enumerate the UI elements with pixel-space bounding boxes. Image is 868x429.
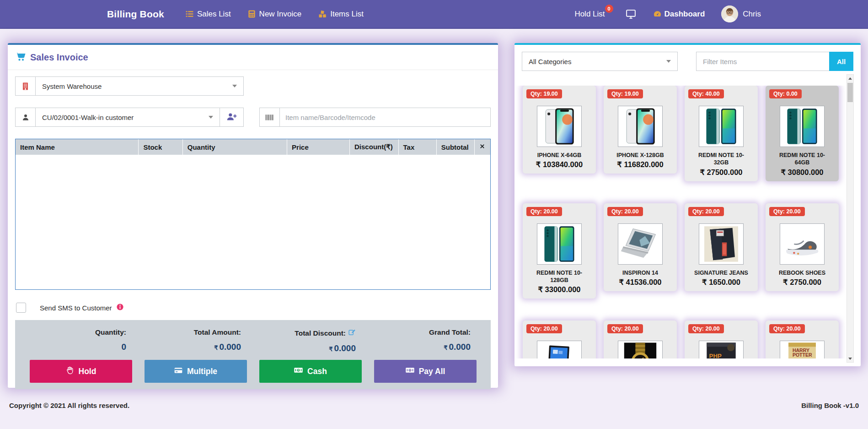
product-image — [618, 223, 663, 265]
product-card[interactable]: Qty: 20.00INSPIRON 14₹ 41536.000 — [604, 203, 677, 291]
product-name: IPHONE X-128GB — [606, 152, 674, 159]
product-price: ₹ 41536.000 — [606, 278, 674, 287]
customer-select[interactable]: CU/02/0001-Walk-in customer — [15, 108, 244, 127]
nav-item-items-list[interactable]: Items List — [318, 10, 364, 19]
svg-text:PHP: PHP — [709, 353, 722, 358]
product-card[interactable]: Qty: 20.00REBOOK SHOES₹ 2750.000 — [766, 203, 839, 291]
product-card[interactable]: Qty: 19.00IPHONE X-128GB₹ 116820.000 — [604, 86, 677, 174]
product-image — [780, 106, 825, 147]
qty-badge: Qty: 40.00 — [688, 89, 724, 98]
column-header: Price — [287, 139, 350, 155]
hold-button[interactable]: Hold — [30, 360, 132, 383]
cash-button[interactable]: 0Cash — [259, 360, 362, 383]
products-grid: Qty: 19.00IPHONE X-64GB₹ 103840.000Qty: … — [514, 86, 861, 358]
nav-user-menu[interactable]: Chris — [721, 5, 761, 22]
product-name: INSPIRON 14 — [606, 269, 674, 277]
qty-badge: Qty: 20.00 — [526, 207, 562, 216]
send-sms-checkbox[interactable] — [16, 303, 26, 313]
product-name: IPHONE X-64GB — [525, 152, 593, 159]
product-card[interactable]: Qty: 20.00HARRYPOTTER — [766, 320, 839, 358]
nav-item-hold-list[interactable]: Hold List 0 — [574, 10, 608, 19]
version-text: Billing Book -v1.0 — [801, 402, 859, 409]
grand-total-value: ₹0.000 — [368, 342, 471, 352]
category-select[interactable]: All Categories — [522, 52, 678, 71]
product-price: ₹ 27500.000 — [687, 168, 755, 177]
quantity-label: Quantity: — [95, 328, 126, 337]
calculator-icon — [247, 10, 256, 18]
nav-links: Sales ListNew InvoiceItems List — [185, 10, 364, 19]
qty-badge: Qty: 20.00 — [688, 324, 724, 333]
product-card[interactable]: Qty: 0.00REDMI NOTE 10-64GB₹ 30800.000 — [766, 86, 839, 181]
invoice-items-table: Item NameStockQuantityPriceDiscount(₹)Ta… — [15, 139, 491, 290]
product-image: PHPMySQL 5 — [699, 341, 744, 358]
column-header: Tax — [398, 139, 436, 155]
product-card[interactable]: Qty: 20.00 — [523, 320, 596, 358]
total-amount-value: ₹0.000 — [138, 342, 241, 352]
user-avatar — [721, 5, 738, 22]
product-card[interactable]: Qty: 20.00SIGNATURE JEANS₹ 1650.000 — [685, 203, 758, 291]
money-bill-icon: 0 — [405, 365, 415, 377]
column-header: Subtotal — [436, 139, 474, 155]
item-search-group — [259, 108, 491, 127]
qty-badge: Qty: 19.00 — [607, 89, 643, 98]
svg-text:0: 0 — [298, 369, 299, 371]
customer-select-value: CU/02/0001-Walk-in customer — [36, 114, 209, 121]
svg-text:0: 0 — [409, 369, 411, 371]
all-filter-button[interactable]: All — [829, 52, 853, 71]
product-image — [780, 223, 825, 265]
app-brand[interactable]: Billing Book — [107, 9, 164, 20]
scroll-up-icon[interactable] — [847, 75, 853, 82]
hold-list-badge: 0 — [605, 5, 613, 13]
send-sms-label: Send SMS to Customer — [40, 304, 112, 312]
product-price: ₹ 2750.000 — [768, 278, 836, 287]
product-price: ₹ 30800.000 — [768, 168, 836, 177]
nav-item-dashboard[interactable]: Dashboard — [653, 10, 705, 19]
clear-all-icon[interactable] — [474, 139, 490, 155]
product-name: REBOOK SHOES — [768, 269, 836, 277]
qty-badge: Qty: 20.00 — [769, 207, 805, 216]
column-header: Discount(₹) — [350, 139, 399, 155]
qty-badge: Qty: 0.00 — [769, 89, 802, 98]
user-name: Chris — [743, 10, 761, 19]
page-footer: Copyright © 2021 All rights reserved. Bi… — [0, 388, 868, 409]
money-bill-icon: 0 — [294, 365, 303, 377]
product-image: HARRYPOTTER — [780, 341, 825, 358]
scrollbar-thumb[interactable] — [847, 83, 853, 102]
edit-discount-icon[interactable] — [348, 328, 356, 338]
gauge-icon — [653, 10, 662, 18]
column-header: Item Name — [16, 139, 139, 155]
qty-badge: Qty: 19.00 — [526, 89, 562, 98]
product-card[interactable]: Qty: 20.00 — [604, 320, 677, 358]
item-search-input[interactable] — [280, 114, 490, 121]
nav-item-new-invoice[interactable]: New Invoice — [247, 10, 302, 19]
pos-screen-icon[interactable] — [625, 8, 637, 20]
product-card[interactable]: Qty: 20.00PHPMySQL 5 — [685, 320, 758, 358]
qty-badge: Qty: 20.00 — [607, 207, 643, 216]
qty-badge: Qty: 20.00 — [607, 324, 643, 333]
barcode-icon — [260, 108, 280, 126]
qty-badge: Qty: 20.00 — [526, 324, 562, 333]
total-discount-label: Total Discount: — [295, 328, 356, 338]
total-amount-label: Total Amount: — [194, 328, 241, 337]
add-customer-button[interactable] — [220, 108, 243, 126]
product-image — [537, 223, 582, 265]
multiple-button[interactable]: Multiple — [145, 360, 247, 383]
scroll-down-icon[interactable] — [847, 355, 853, 362]
info-icon[interactable] — [116, 303, 124, 313]
product-price: ₹ 116820.000 — [606, 160, 674, 169]
product-card[interactable]: Qty: 40.00REDMI NOTE 10-32GB₹ 27500.000 — [685, 86, 758, 181]
filter-items-input[interactable] — [696, 52, 829, 71]
top-navbar: Billing Book Sales ListNew InvoiceItems … — [0, 0, 868, 29]
warehouse-select[interactable]: System Warehouse — [15, 76, 244, 96]
chevron-down-icon — [232, 85, 237, 87]
items-scrollbar[interactable] — [847, 74, 854, 363]
totals-bar: Quantity: 0 Total Amount: ₹0.000 Total D… — [15, 320, 491, 389]
nav-item-sales-list[interactable]: Sales List — [185, 10, 231, 19]
invoice-header: Sales Invoice — [8, 45, 498, 70]
column-header: Stock — [139, 139, 182, 155]
pay-all-button[interactable]: 0Pay All — [374, 360, 477, 383]
product-name: REDMI NOTE 10-128GB — [525, 269, 593, 284]
product-card[interactable]: Qty: 19.00IPHONE X-64GB₹ 103840.000 — [523, 86, 596, 174]
product-card[interactable]: Qty: 20.00REDMI NOTE 10-128GB₹ 33000.000 — [523, 203, 596, 299]
quantity-value: 0 — [23, 342, 126, 352]
